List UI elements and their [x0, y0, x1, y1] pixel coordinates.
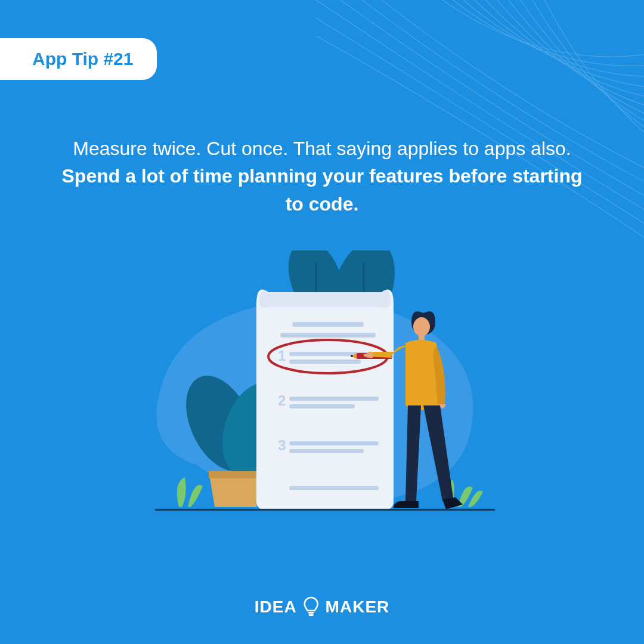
- svg-rect-22: [308, 612, 314, 614]
- svg-rect-20: [419, 334, 425, 340]
- svg-text:1: 1: [278, 348, 286, 364]
- tip-heading-prefix: Measure twice. Cut once. That saying app…: [73, 138, 571, 159]
- bulb-icon: [303, 596, 320, 618]
- svg-rect-14: [289, 441, 379, 445]
- svg-rect-23: [309, 614, 314, 616]
- planning-illustration: 1 2 3: [89, 250, 555, 537]
- tip-number-badge: App Tip #21: [0, 38, 157, 80]
- svg-rect-11: [289, 397, 379, 401]
- svg-point-19: [413, 317, 430, 336]
- svg-rect-12: [289, 404, 355, 408]
- svg-rect-5: [280, 333, 376, 338]
- svg-text:2: 2: [278, 392, 286, 408]
- svg-rect-4: [292, 322, 364, 327]
- svg-point-18: [351, 355, 353, 357]
- svg-text:3: 3: [278, 437, 286, 453]
- tip-heading-bold: Spend a lot of time planning your featur…: [62, 165, 583, 214]
- logo-text-right: MAKER: [326, 597, 390, 617]
- svg-rect-15: [289, 449, 364, 453]
- svg-rect-16: [289, 486, 379, 490]
- tip-badge-label: App Tip #21: [32, 49, 133, 69]
- svg-rect-8: [289, 360, 361, 364]
- idea-maker-logo: IDEA MAKER: [255, 596, 390, 618]
- tip-heading: Measure twice. Cut once. That saying app…: [54, 135, 590, 218]
- logo-text-left: IDEA: [255, 597, 297, 617]
